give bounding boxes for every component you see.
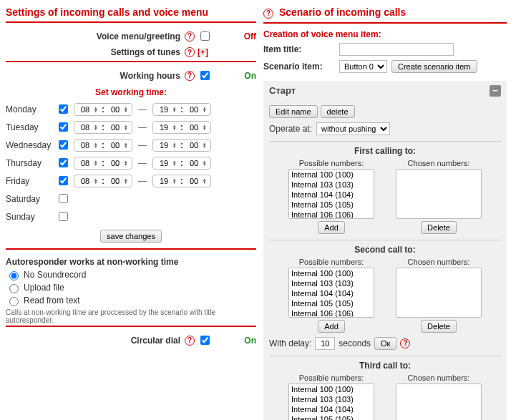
- number-option[interactable]: Internal 106 (106): [289, 210, 374, 219]
- chosen-numbers-list[interactable]: [396, 268, 482, 318]
- spinner-icon[interactable]: ▴▾: [173, 141, 179, 150]
- number-option[interactable]: Internal 100 (100): [289, 384, 374, 394]
- hour-input[interactable]: [76, 104, 94, 114]
- minute-input[interactable]: [185, 158, 203, 168]
- minute-input[interactable]: [185, 122, 203, 132]
- collapse-icon[interactable]: −: [490, 85, 501, 97]
- hour-input[interactable]: [76, 176, 94, 186]
- day-checkbox[interactable]: [59, 194, 68, 203]
- scenario-item-select[interactable]: Button 0: [339, 60, 387, 73]
- autoresponder-radio[interactable]: [9, 284, 19, 293]
- number-option[interactable]: Internal 103 (103): [289, 394, 374, 404]
- hour-input[interactable]: [155, 104, 173, 114]
- hour-input[interactable]: [155, 122, 173, 132]
- spinner-icon[interactable]: ▴▾: [94, 123, 100, 132]
- spinner-icon[interactable]: ▴▾: [173, 123, 179, 132]
- possible-numbers-list[interactable]: Internal 100 (100)Internal 103 (103)Inte…: [288, 169, 374, 219]
- number-option[interactable]: Internal 105 (105): [289, 298, 374, 308]
- possible-numbers-list[interactable]: Internal 100 (100)Internal 103 (103)Inte…: [288, 268, 374, 318]
- day-checkbox[interactable]: [59, 158, 68, 167]
- spinner-icon[interactable]: ▴▾: [203, 177, 209, 185]
- number-option[interactable]: Internal 103 (103): [289, 278, 374, 288]
- day-checkbox[interactable]: [59, 122, 68, 132]
- number-option[interactable]: Internal 100 (100): [289, 268, 374, 278]
- help-icon[interactable]: ?: [263, 9, 273, 19]
- spinner-icon[interactable]: ▴▾: [125, 141, 130, 150]
- voice-menu-checkbox[interactable]: [200, 31, 210, 41]
- day-checkbox[interactable]: [59, 212, 68, 221]
- minute-input[interactable]: [106, 140, 125, 150]
- spinner-icon[interactable]: ▴▾: [173, 105, 179, 114]
- tunes-expand[interactable]: [+]: [198, 47, 208, 57]
- help-icon[interactable]: ?: [185, 47, 195, 57]
- spinner-icon[interactable]: ▴▾: [125, 177, 130, 185]
- number-option[interactable]: Internal 106 (106): [289, 308, 374, 318]
- number-option[interactable]: Internal 104 (104): [289, 404, 374, 414]
- item-title-input[interactable]: [339, 43, 454, 56]
- hour-input[interactable]: [155, 176, 173, 186]
- call-title: Third call to:: [269, 359, 501, 373]
- spinner-icon[interactable]: ▴▾: [173, 159, 179, 167]
- working-hours-checkbox[interactable]: [200, 71, 210, 80]
- delete-number-button[interactable]: Delete: [421, 221, 457, 234]
- minute-input[interactable]: [185, 140, 203, 150]
- minute-input[interactable]: [106, 122, 125, 132]
- hour-input[interactable]: [76, 140, 94, 150]
- minute-input[interactable]: [106, 158, 125, 168]
- autoresponder-radio[interactable]: [9, 297, 19, 306]
- minute-input[interactable]: [106, 104, 125, 114]
- minute-input[interactable]: [185, 176, 203, 186]
- chosen-numbers-list[interactable]: [396, 169, 482, 219]
- spinner-icon[interactable]: ▴▾: [94, 177, 100, 185]
- number-option[interactable]: Internal 104 (104): [289, 190, 374, 200]
- chosen-numbers-list[interactable]: [396, 384, 482, 421]
- autoresponder-radio[interactable]: [9, 271, 19, 280]
- minute-input[interactable]: [185, 104, 203, 114]
- hour-input[interactable]: [76, 122, 94, 132]
- working-hours-label: Working hours: [6, 71, 185, 81]
- day-name: Friday: [6, 176, 52, 186]
- add-button[interactable]: Add: [318, 320, 345, 333]
- delay-ok-button[interactable]: Ок: [374, 337, 396, 350]
- spinner-icon[interactable]: ▴▾: [203, 159, 209, 167]
- number-option[interactable]: Internal 104 (104): [289, 288, 374, 298]
- help-icon[interactable]: ?: [185, 336, 195, 346]
- spinner-icon[interactable]: ▴▾: [94, 141, 100, 150]
- hour-input[interactable]: [155, 158, 173, 168]
- spinner-icon[interactable]: ▴▾: [173, 177, 179, 185]
- spinner-icon[interactable]: ▴▾: [94, 159, 100, 167]
- number-option[interactable]: Internal 105 (105): [289, 200, 374, 210]
- day-checkbox[interactable]: [59, 176, 68, 185]
- delete-number-button[interactable]: Delete: [421, 320, 457, 333]
- operate-at-select[interactable]: without pushing: [316, 122, 390, 135]
- number-option[interactable]: Internal 100 (100): [289, 170, 374, 180]
- spinner-icon[interactable]: ▴▾: [94, 105, 100, 114]
- delete-button[interactable]: delete: [321, 105, 355, 118]
- save-changes-button[interactable]: save changes: [100, 230, 162, 243]
- edit-name-button[interactable]: Edit name: [269, 105, 318, 118]
- help-icon[interactable]: ?: [185, 31, 195, 41]
- help-icon[interactable]: ?: [400, 338, 410, 348]
- day-checkbox[interactable]: [59, 140, 68, 150]
- day-checkbox[interactable]: [59, 104, 68, 114]
- time-from: ▴▾ : ▴▾: [74, 103, 132, 116]
- help-icon[interactable]: ?: [185, 71, 195, 81]
- spinner-icon[interactable]: ▴▾: [125, 105, 130, 114]
- colon: :: [179, 140, 185, 150]
- delay-input[interactable]: [315, 337, 335, 350]
- spinner-icon[interactable]: ▴▾: [203, 141, 209, 150]
- circular-dial-checkbox[interactable]: [200, 336, 210, 345]
- spinner-icon[interactable]: ▴▾: [125, 159, 130, 167]
- spinner-icon[interactable]: ▴▾: [203, 105, 209, 114]
- spinner-icon[interactable]: ▴▾: [203, 123, 209, 132]
- possible-numbers-list[interactable]: Internal 100 (100)Internal 103 (103)Inte…: [288, 384, 374, 421]
- add-button[interactable]: Add: [318, 221, 345, 234]
- hour-input[interactable]: [155, 140, 173, 150]
- create-scenario-button[interactable]: Create scenario item: [391, 60, 477, 73]
- number-option[interactable]: Internal 103 (103): [289, 180, 374, 190]
- voice-menu-row: Voice menu/greeting ? Off: [6, 27, 256, 45]
- minute-input[interactable]: [106, 176, 125, 186]
- hour-input[interactable]: [76, 158, 94, 168]
- number-option[interactable]: Internal 105 (105): [289, 414, 374, 421]
- spinner-icon[interactable]: ▴▾: [125, 123, 130, 132]
